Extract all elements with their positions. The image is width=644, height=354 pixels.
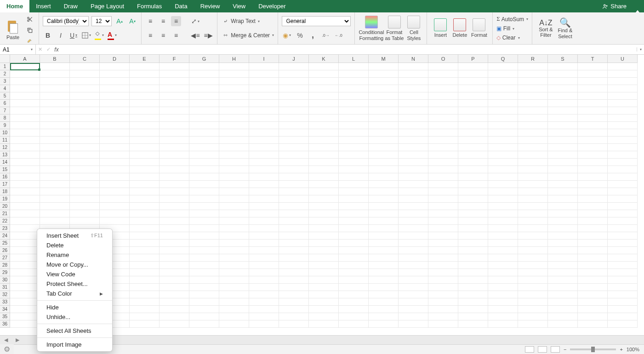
cell[interactable] — [100, 85, 130, 92]
align-top-button[interactable]: ≡ — [145, 16, 155, 26]
ctx-item-hide[interactable]: Hide — [37, 303, 112, 312]
cell[interactable] — [369, 225, 399, 232]
cell[interactable] — [488, 217, 518, 225]
cell[interactable] — [518, 188, 548, 195]
cell[interactable] — [428, 320, 458, 328]
cell[interactable] — [189, 269, 219, 276]
cell[interactable] — [160, 166, 189, 173]
column-header[interactable]: S — [548, 55, 578, 63]
cell[interactable] — [458, 92, 488, 100]
cell[interactable] — [339, 217, 369, 225]
cell[interactable] — [518, 114, 548, 122]
cell[interactable] — [130, 114, 160, 122]
cell[interactable] — [10, 114, 40, 122]
cell[interactable] — [70, 122, 100, 129]
cell[interactable] — [339, 181, 369, 188]
cell[interactable] — [428, 217, 458, 225]
cell[interactable] — [249, 122, 279, 129]
cell[interactable] — [219, 114, 249, 122]
cell[interactable] — [130, 240, 160, 247]
cell[interactable] — [70, 217, 100, 225]
cell[interactable] — [488, 195, 518, 203]
cell[interactable] — [488, 284, 518, 291]
cell[interactable] — [309, 262, 339, 269]
cell[interactable] — [399, 276, 428, 284]
cell[interactable] — [548, 232, 578, 240]
cell[interactable] — [518, 63, 548, 70]
cell[interactable] — [160, 320, 189, 328]
cell[interactable] — [189, 320, 219, 328]
cell[interactable] — [548, 313, 578, 320]
cell[interactable] — [578, 166, 608, 173]
cell[interactable] — [219, 203, 249, 210]
cell[interactable] — [428, 107, 458, 114]
cell[interactable] — [428, 63, 458, 70]
cell[interactable] — [189, 195, 219, 203]
cell[interactable] — [130, 262, 160, 269]
cell[interactable] — [428, 306, 458, 313]
cell[interactable] — [279, 188, 309, 195]
cell[interactable] — [458, 78, 488, 85]
cell[interactable] — [160, 217, 189, 225]
cell[interactable] — [70, 210, 100, 217]
cell[interactable] — [189, 247, 219, 254]
cell[interactable] — [160, 137, 189, 144]
cell[interactable] — [399, 107, 428, 114]
row-header[interactable]: 16 — [0, 173, 10, 181]
cell[interactable] — [100, 100, 130, 107]
ctx-item-insert-sheet[interactable]: Insert Sheet⇧F11 — [37, 231, 112, 240]
cell[interactable] — [189, 144, 219, 151]
cell[interactable] — [130, 276, 160, 284]
column-header[interactable]: U — [608, 55, 638, 63]
cell[interactable] — [219, 63, 249, 70]
cell[interactable] — [279, 63, 309, 70]
cell[interactable] — [249, 269, 279, 276]
cell[interactable] — [369, 85, 399, 92]
cell[interactable] — [10, 92, 40, 100]
cell[interactable] — [10, 122, 40, 129]
row-header[interactable]: 20 — [0, 203, 10, 210]
cell[interactable] — [339, 78, 369, 85]
cell[interactable] — [578, 129, 608, 137]
cell[interactable] — [578, 63, 608, 70]
currency-button[interactable]: ◉▾ — [282, 30, 292, 40]
cell[interactable] — [578, 92, 608, 100]
cell[interactable] — [518, 306, 548, 313]
cell[interactable] — [518, 269, 548, 276]
cell[interactable] — [608, 144, 638, 151]
cell[interactable] — [309, 137, 339, 144]
row-header[interactable]: 34 — [0, 306, 10, 313]
cell[interactable] — [70, 92, 100, 100]
cell[interactable] — [160, 100, 189, 107]
cell[interactable] — [309, 195, 339, 203]
cell[interactable] — [458, 276, 488, 284]
cell[interactable] — [428, 225, 458, 232]
cell[interactable] — [100, 144, 130, 151]
cell[interactable] — [219, 85, 249, 92]
cell[interactable] — [249, 225, 279, 232]
cell[interactable] — [130, 247, 160, 254]
cell[interactable] — [279, 284, 309, 291]
decrease-font-button[interactable]: A▾ — [127, 16, 137, 26]
cell[interactable] — [339, 70, 369, 78]
cell[interactable] — [100, 78, 130, 85]
cell[interactable] — [339, 173, 369, 181]
align-middle-button[interactable]: ≡ — [158, 16, 168, 26]
cell[interactable] — [608, 100, 638, 107]
cell[interactable] — [488, 114, 518, 122]
cell[interactable] — [309, 225, 339, 232]
cell[interactable] — [219, 225, 249, 232]
cell[interactable] — [458, 63, 488, 70]
cell[interactable] — [608, 203, 638, 210]
underline-button[interactable]: U▾ — [68, 30, 79, 40]
cell[interactable] — [10, 276, 40, 284]
cell[interactable] — [339, 188, 369, 195]
cell[interactable] — [608, 320, 638, 328]
cell[interactable] — [548, 114, 578, 122]
cell[interactable] — [488, 225, 518, 232]
cell[interactable] — [100, 137, 130, 144]
cell[interactable] — [548, 63, 578, 70]
cell[interactable] — [399, 114, 428, 122]
cell[interactable] — [309, 100, 339, 107]
cell[interactable] — [428, 144, 458, 151]
